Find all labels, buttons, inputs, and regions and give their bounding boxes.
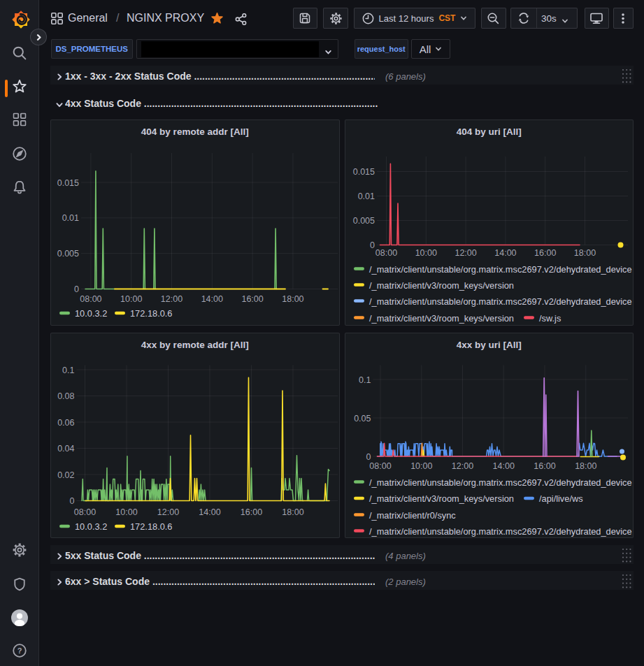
svg-text:10:00: 10:00 (415, 248, 436, 258)
svg-text:18:00: 18:00 (575, 461, 596, 470)
svg-text:/_matrix/client/unstable/org.m: /_matrix/client/unstable/org.matrix.msc2… (369, 477, 632, 487)
svg-text:/_matrix/client/unstable/org.m: /_matrix/client/unstable/org.matrix.msc2… (369, 264, 632, 275)
svg-text:14:00: 14:00 (201, 294, 223, 304)
svg-text:14:00: 14:00 (494, 248, 516, 258)
svg-text:12:00: 12:00 (451, 461, 473, 470)
svg-text:0: 0 (74, 284, 79, 294)
svg-text:18:00: 18:00 (573, 248, 595, 258)
svg-text:0: 0 (370, 240, 375, 250)
svg-text:08:00: 08:00 (369, 461, 391, 470)
svg-text:10.0.3.2: 10.0.3.2 (75, 521, 107, 532)
svg-text:0.005: 0.005 (352, 216, 374, 226)
svg-text:12:00: 12:00 (157, 507, 179, 516)
svg-text:10:00: 10:00 (120, 294, 142, 304)
svg-text:14:00: 14:00 (492, 461, 514, 470)
svg-text:0.01: 0.01 (357, 191, 374, 201)
svg-text:12:00: 12:00 (455, 248, 476, 258)
svg-text:0.04: 0.04 (57, 444, 74, 454)
svg-text:/_matrix/client/v3/room_keys/v: /_matrix/client/v3/room_keys/version (369, 493, 514, 504)
svg-text:08:00: 08:00 (80, 294, 101, 304)
svg-text:0.005: 0.005 (57, 249, 79, 259)
svg-text:08:00: 08:00 (375, 248, 396, 258)
svg-text:10:00: 10:00 (115, 507, 137, 516)
svg-text:0.1: 0.1 (62, 365, 74, 375)
svg-text:0.08: 0.08 (57, 391, 74, 401)
svg-text:16:00: 16:00 (534, 461, 555, 470)
svg-text:0: 0 (70, 496, 75, 506)
svg-text:0.015: 0.015 (57, 178, 79, 188)
svg-text:/sw.js: /sw.js (539, 313, 561, 324)
svg-text:0.015: 0.015 (352, 167, 374, 177)
svg-text:0.02: 0.02 (57, 470, 74, 479)
svg-text:/_matrix/client/unstable/org.m: /_matrix/client/unstable/org.matrix.msc2… (369, 526, 632, 536)
svg-text:0.1: 0.1 (359, 375, 371, 384)
svg-text:0: 0 (366, 451, 371, 461)
svg-text:08:00: 08:00 (74, 507, 96, 516)
svg-text:16:00: 16:00 (241, 507, 262, 516)
svg-text:18:00: 18:00 (282, 507, 303, 516)
svg-text:10:00: 10:00 (410, 461, 432, 470)
svg-text:18:00: 18:00 (282, 294, 303, 304)
svg-text:/_matrix/client/unstable/org.m: /_matrix/client/unstable/org.matrix.msc2… (369, 296, 632, 307)
svg-text:/api/live/ws: /api/live/ws (539, 493, 583, 504)
svg-text:10.0.3.2: 10.0.3.2 (75, 308, 107, 319)
svg-text:/_matrix/client/v3/room_keys/v: /_matrix/client/v3/room_keys/version (369, 280, 514, 291)
svg-text:16:00: 16:00 (241, 294, 263, 304)
svg-text:172.18.0.6: 172.18.0.6 (130, 521, 173, 532)
svg-text:16:00: 16:00 (534, 248, 556, 258)
svg-text:12:00: 12:00 (161, 294, 183, 304)
svg-text:0.05: 0.05 (354, 413, 371, 423)
svg-text:/_matrix/client/r0/sync: /_matrix/client/r0/sync (369, 509, 456, 520)
svg-text:0.01: 0.01 (62, 213, 79, 223)
svg-text:0.06: 0.06 (57, 417, 74, 427)
svg-text:172.18.0.6: 172.18.0.6 (130, 308, 173, 319)
svg-text:/_matrix/client/v3/room_keys/v: /_matrix/client/v3/room_keys/version (369, 313, 514, 324)
svg-text:14:00: 14:00 (199, 507, 220, 516)
svg-text:?: ? (17, 646, 22, 655)
